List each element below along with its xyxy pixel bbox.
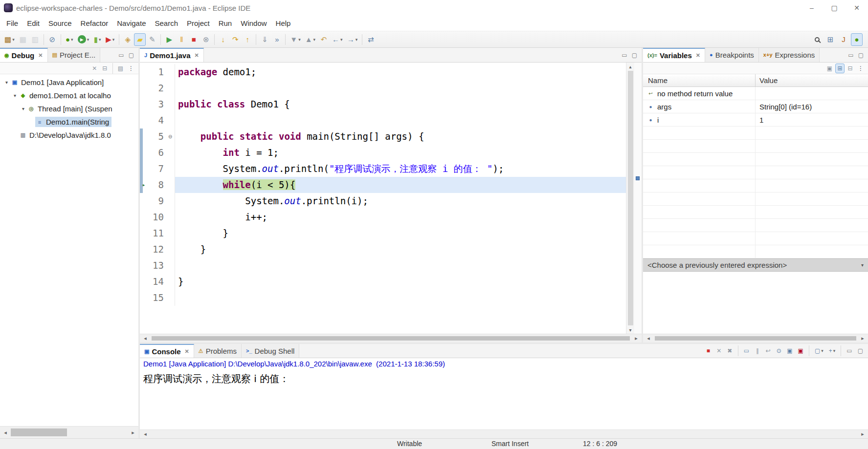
scrollbar-track[interactable]: [654, 334, 857, 342]
menu-run[interactable]: Run: [214, 19, 237, 27]
line-number[interactable]: 5: [148, 128, 166, 145]
code-line-15[interactable]: 15: [140, 290, 626, 306]
scrollbar-track[interactable]: [151, 334, 631, 342]
use-step-filters-icon[interactable]: »: [271, 33, 283, 46]
scrollbar-thumb[interactable]: [628, 71, 633, 325]
code-line-13[interactable]: 13: [140, 257, 626, 274]
code-line-4[interactable]: 4: [140, 112, 626, 128]
editor-horizontal-scrollbar[interactable]: ◂ ▸: [140, 334, 642, 342]
forward-icon[interactable]: →▾: [345, 33, 360, 46]
tab-variables[interactable]: (x)=Variables✕: [643, 48, 705, 62]
coverage-icon[interactable]: ▮▾: [91, 33, 103, 46]
minimize-view-icon[interactable]: ▭: [845, 346, 854, 356]
remove-launch-icon[interactable]: ✕: [714, 346, 724, 356]
dropdown-arrow-icon[interactable]: ▾: [298, 37, 301, 42]
minimize-view-icon[interactable]: ▭: [846, 52, 855, 59]
scroll-left-icon[interactable]: ◂: [140, 335, 151, 342]
scroll-right-icon[interactable]: ▸: [857, 431, 868, 437]
remove-all-launches-icon[interactable]: ✖: [725, 346, 734, 356]
pin-console-icon[interactable]: ⊙: [774, 346, 783, 356]
step-into-icon[interactable]: ↓: [217, 33, 229, 46]
debug-icon[interactable]: ●▾: [64, 33, 75, 46]
step-over-icon[interactable]: ↷: [229, 33, 241, 46]
line-number[interactable]: 10: [148, 209, 166, 225]
scrollbar-track[interactable]: [11, 427, 128, 438]
save-icon[interactable]: ▦: [17, 33, 29, 46]
line-number[interactable]: 2: [148, 80, 166, 96]
previous-annotation-icon[interactable]: ▲▾: [303, 33, 317, 46]
line-number[interactable]: 3: [148, 96, 166, 112]
tab-debug-shell[interactable]: >_Debug Shell: [242, 344, 299, 358]
scroll-right-icon[interactable]: ▸: [128, 429, 138, 436]
line-number[interactable]: 6: [148, 145, 166, 161]
line-number[interactable]: 1: [148, 64, 166, 80]
tab-debug[interactable]: ◉Debug✕: [0, 48, 48, 62]
dropdown-arrow-icon[interactable]: ▾: [821, 348, 823, 353]
dropdown-arrow-icon[interactable]: ▾: [71, 37, 73, 42]
code-line-8[interactable]: ▸8 while(i < 5){: [140, 177, 626, 193]
minimize-button[interactable]: –: [801, 0, 823, 16]
menu-help[interactable]: Help: [271, 19, 295, 27]
line-number[interactable]: 4: [148, 112, 166, 128]
variable-row-args[interactable]: ●argsString[0] (id=16): [643, 100, 868, 113]
external-tools-icon[interactable]: ▶▾: [104, 33, 116, 46]
menu-edit[interactable]: Edit: [22, 19, 44, 27]
code-line-11[interactable]: 11 }: [140, 225, 626, 241]
scroll-left-icon[interactable]: ◂: [0, 429, 11, 436]
variable-row-no-method-return-value[interactable]: ↩no method return value: [643, 87, 868, 100]
code-line-9[interactable]: 9 System.out.println(i);: [140, 193, 626, 209]
line-number[interactable]: 15: [148, 290, 166, 306]
display-selected-console-icon[interactable]: ▢▾: [813, 346, 825, 356]
tree-item-demo1-demo1-at-localho[interactable]: ▾◈demo1.Demo1 at localho: [0, 89, 138, 102]
format-icon[interactable]: ✎: [146, 33, 158, 46]
scroll-lock-icon[interactable]: ∥: [753, 346, 762, 356]
code-line-5[interactable]: 5⊖ public static void main(String[] args…: [140, 128, 626, 145]
open-element-icon[interactable]: ◈: [122, 33, 134, 46]
new-wizard-icon[interactable]: ▩▾: [2, 33, 17, 46]
tab-project-e[interactable]: ▤Project E...: [48, 48, 101, 62]
expander-icon[interactable]: ▾: [11, 93, 19, 98]
dropdown-arrow-icon[interactable]: ▾: [112, 37, 115, 42]
line-number[interactable]: 9: [148, 193, 166, 209]
resume-icon[interactable]: ▶: [163, 33, 175, 46]
tab-demo1-java[interactable]: JDemo1.java✕: [140, 48, 204, 62]
console-horizontal-scrollbar[interactable]: ◂ ▸: [140, 429, 868, 438]
line-number[interactable]: 13: [148, 257, 166, 274]
variable-row-i[interactable]: ●i1: [643, 113, 868, 127]
scrollbar-track[interactable]: [151, 430, 857, 438]
code-line-3[interactable]: 3public class Demo1 {: [140, 96, 626, 112]
tree-item-demo1-main-string[interactable]: ≡Demo1.main(String: [0, 115, 138, 128]
tab-breakpoints[interactable]: ●Breakpoints: [705, 48, 759, 62]
tab-close-icon[interactable]: ✕: [195, 52, 199, 59]
dropdown-arrow-icon[interactable]: ▾: [833, 348, 836, 353]
line-number[interactable]: 7: [148, 161, 166, 177]
maximize-button[interactable]: ▢: [823, 0, 846, 16]
save-all-icon[interactable]: ▥: [29, 33, 41, 46]
tab-problems[interactable]: ⚠Problems: [194, 344, 242, 358]
search-icon[interactable]: [811, 33, 823, 46]
maximize-view-icon[interactable]: ▢: [857, 52, 865, 59]
code-line-2[interactable]: 2: [140, 80, 626, 96]
code-line-14[interactable]: 14}: [140, 274, 626, 290]
debug-perspective-icon[interactable]: ●: [851, 33, 863, 46]
code-line-1[interactable]: 1package demo1;: [140, 64, 626, 80]
maximize-view-icon[interactable]: ▢: [630, 52, 639, 59]
tab-expressions[interactable]: x+yExpressions: [759, 48, 820, 62]
expression-chooser[interactable]: <Choose a previously entered expression>…: [643, 258, 868, 272]
tab-close-icon[interactable]: ✕: [696, 52, 700, 59]
disconnect-icon[interactable]: ⊗: [200, 33, 212, 46]
open-perspective-icon[interactable]: ⊞: [824, 33, 836, 46]
dropdown-arrow-icon[interactable]: ▾: [340, 37, 343, 42]
dropdown-arrow-icon[interactable]: ▾: [12, 37, 15, 42]
dropdown-arrow-icon[interactable]: ▾: [87, 37, 89, 42]
scroll-left-icon[interactable]: ◂: [140, 431, 151, 437]
last-edit-location-icon[interactable]: ↶: [318, 33, 330, 46]
dropdown-arrow-icon[interactable]: ▾: [99, 37, 101, 42]
scrollbar-thumb[interactable]: [11, 428, 67, 436]
dropdown-arrow-icon[interactable]: ▾: [356, 37, 358, 42]
expander-icon[interactable]: ▾: [3, 80, 10, 85]
maximize-view-icon[interactable]: ▢: [127, 52, 135, 59]
scrollbar-thumb[interactable]: [655, 336, 856, 341]
code-line-7[interactable]: 7 System.out.println("程序调试演示，注意观察 i 的值： …: [140, 161, 626, 177]
show-logical-structure-icon[interactable]: ⊞: [835, 64, 845, 73]
